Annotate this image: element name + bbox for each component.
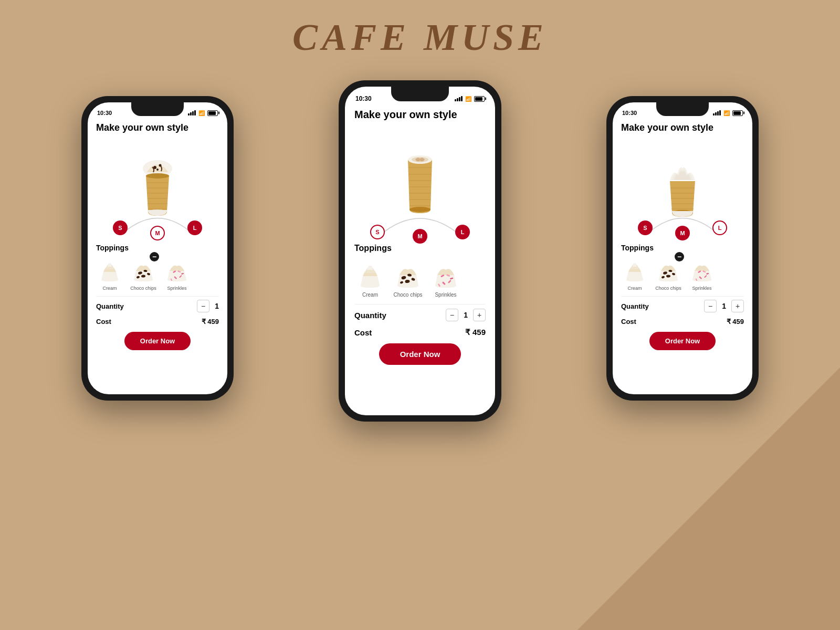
cream-name-center: Cream <box>362 292 378 298</box>
title-left: Make your own style <box>96 122 219 133</box>
svg-point-1 <box>146 173 169 178</box>
cost-value-left: ₹ 459 <box>202 318 219 326</box>
phone-center: 10:30 📶 Make your own style <box>339 80 501 422</box>
time-left: 10:30 <box>97 110 112 116</box>
size-l-right[interactable]: L <box>712 220 727 235</box>
phone-center-screen: 10:30 📶 Make your own style <box>345 87 495 415</box>
topping-sprinkles-right[interactable]: Sprinkles <box>688 256 716 291</box>
minus-badge-left[interactable]: − <box>150 252 159 261</box>
qty-controls-center: − 1 + <box>446 309 486 321</box>
title-right: Make your own style <box>621 122 744 133</box>
notch-left <box>131 102 184 116</box>
cost-label-left: Cost <box>96 318 111 326</box>
order-btn-right[interactable]: Order Now <box>649 332 716 350</box>
qty-controls-left: − 1 <box>197 300 219 312</box>
size-m-left[interactable]: M <box>150 226 165 240</box>
sprinkles-icon-left <box>163 256 191 284</box>
time-right: 10:30 <box>622 110 637 116</box>
phones-container: 10:30 📶 Make your own style <box>0 80 840 553</box>
page-title: CAFE MUSE <box>292 16 548 59</box>
screen-content-center: Make your own style <box>345 104 495 410</box>
choco-name-right: Choco chips <box>655 286 681 291</box>
wifi-center: 📶 <box>465 96 471 102</box>
wifi-right: 📶 <box>723 110 730 116</box>
size-m-center[interactable]: M <box>413 229 427 244</box>
quantity-row-right: Quantity − 1 + <box>621 296 744 316</box>
size-m-right[interactable]: M <box>675 226 690 240</box>
signal-right <box>713 110 721 116</box>
order-btn-center[interactable]: Order Now <box>379 343 461 365</box>
size-s-center[interactable]: S <box>370 225 385 239</box>
sprinkles-name-right: Sprinkles <box>692 286 711 291</box>
cost-row-center: Cost ₹ 459 <box>354 326 486 341</box>
qty-label-right: Quantity <box>621 302 649 310</box>
qty-label-left: Quantity <box>96 302 124 310</box>
qty-minus-center[interactable]: − <box>446 309 458 321</box>
signal-center <box>455 96 463 101</box>
topping-sprinkles-center[interactable]: Sprinkles <box>430 258 461 298</box>
signal-left <box>188 110 196 116</box>
cream-icon-center <box>354 258 386 290</box>
topping-choco-right[interactable]: − Choco chips <box>655 256 682 291</box>
sprinkles-icon-center <box>430 258 461 290</box>
size-s-right[interactable]: S <box>638 220 653 235</box>
qty-value-right: 1 <box>722 302 726 310</box>
svg-point-5 <box>156 169 159 171</box>
cup-right <box>662 154 704 222</box>
qty-minus-right[interactable]: − <box>704 300 717 312</box>
size-l-left[interactable]: L <box>187 220 202 235</box>
minus-badge-right[interactable]: − <box>675 252 684 261</box>
cup-area-left: S M L <box>96 135 219 240</box>
topping-cream-center[interactable]: Cream <box>354 258 386 298</box>
notch-center <box>391 87 449 101</box>
battery-center <box>474 96 485 102</box>
toppings-label-right: Toppings <box>621 244 744 252</box>
svg-point-3 <box>153 166 156 169</box>
phone-right: 10:30 📶 Make your own style <box>606 96 759 401</box>
phone-right-screen: 10:30 📶 Make your own style <box>613 102 752 394</box>
status-icons-center: 📶 <box>455 96 485 102</box>
toppings-row-center: Cream Choco chips <box>354 258 486 298</box>
status-icons-left: 📶 <box>188 110 218 116</box>
topping-sprinkles-left[interactable]: Sprinkles <box>163 256 191 291</box>
cost-row-left: Cost ₹ 459 <box>96 316 219 330</box>
choco-name-center: Choco chips <box>393 292 422 298</box>
toppings-row-right: Cream − Choc <box>621 256 744 291</box>
toppings-row-left: Cream − <box>96 256 219 291</box>
cost-value-right: ₹ 459 <box>727 318 744 326</box>
time-center: 10:30 <box>355 95 372 102</box>
title-center: Make your own style <box>354 109 486 121</box>
topping-choco-center[interactable]: Choco chips <box>392 258 424 298</box>
qty-plus-right[interactable]: + <box>731 300 744 312</box>
order-btn-left[interactable]: Order Now <box>124 332 191 350</box>
topping-cream-left[interactable]: Cream <box>96 256 123 291</box>
qty-value-center: 1 <box>464 311 468 319</box>
cream-icon-right <box>621 256 648 284</box>
screen-content-left: Make your own style <box>88 118 227 389</box>
cost-value-center: ₹ 459 <box>465 328 486 337</box>
sprinkles-name-left: Sprinkles <box>167 286 186 291</box>
svg-point-4 <box>159 164 162 167</box>
size-s-left[interactable]: S <box>113 220 128 235</box>
screen-content-right: Make your own style <box>613 118 752 389</box>
cream-name-right: Cream <box>627 286 642 291</box>
topping-cream-right[interactable]: Cream <box>621 256 648 291</box>
cream-icon-left <box>96 256 123 284</box>
cup-area-right: S M L <box>621 135 744 240</box>
phone-left-screen: 10:30 📶 Make your own style <box>88 102 227 394</box>
phone-left: 10:30 📶 Make your own style <box>81 96 234 401</box>
size-l-center[interactable]: L <box>455 225 470 239</box>
battery-left <box>207 110 218 116</box>
cost-label-center: Cost <box>354 328 372 337</box>
chocochips-icon-center <box>392 258 424 290</box>
status-icons-right: 📶 <box>713 110 743 116</box>
topping-choco-left[interactable]: − Choco chips <box>130 256 157 291</box>
quantity-row-left: Quantity − 1 <box>96 296 219 316</box>
sprinkles-name-center: Sprinkles <box>435 292 456 298</box>
qty-minus-left[interactable]: − <box>197 300 209 312</box>
toppings-label-center: Toppings <box>354 244 486 253</box>
qty-label-center: Quantity <box>354 311 386 320</box>
qty-plus-center[interactable]: + <box>473 309 486 321</box>
cup-left <box>136 154 178 222</box>
cost-label-right: Cost <box>621 318 636 326</box>
